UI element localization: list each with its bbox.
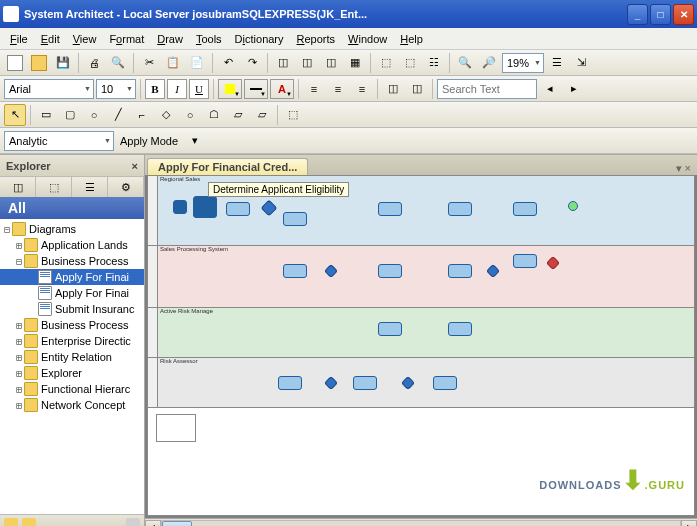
font-size-dropdown[interactable]: 10 <box>96 79 136 99</box>
bpmn-task[interactable] <box>378 264 402 278</box>
line-color-button[interactable] <box>244 79 268 99</box>
explorer-tab-2[interactable]: ⬚ <box>36 177 72 197</box>
shape-conn[interactable]: ⌐ <box>131 104 153 126</box>
redo-button[interactable]: ↷ <box>241 52 263 74</box>
explorer-section-all[interactable]: All <box>0 197 144 219</box>
bpmn-task[interactable] <box>433 376 457 390</box>
print-button[interactable]: 🖨 <box>83 52 105 74</box>
explorer-tab-4[interactable]: ⚙ <box>108 177 144 197</box>
paste-button[interactable]: 📄 <box>186 52 208 74</box>
scroll-left-button[interactable]: ◂ <box>145 520 161 527</box>
tool-btn-1[interactable]: ◫ <box>272 52 294 74</box>
search-input[interactable] <box>437 79 537 99</box>
bpmn-gateway[interactable] <box>261 200 278 217</box>
menu-help[interactable]: Help <box>394 31 429 47</box>
shape-line[interactable]: ╱ <box>107 104 129 126</box>
bpmn-task[interactable] <box>226 202 250 216</box>
align-right-button[interactable]: ≡ <box>351 78 373 100</box>
tree-item[interactable]: Apply For Finai <box>0 285 144 301</box>
bpmn-task[interactable] <box>378 202 402 216</box>
zoom-out-button[interactable]: 🔎 <box>478 52 500 74</box>
tree-item[interactable]: ⊟Business Process <box>0 253 144 269</box>
explorer-tab-1[interactable]: ◫ <box>0 177 36 197</box>
shape-diamond[interactable]: ◇ <box>155 104 177 126</box>
document-tab[interactable]: Apply For Financial Cred... <box>147 158 308 175</box>
tree-item[interactable]: ⊞Network Concept <box>0 397 144 413</box>
bpmn-task[interactable] <box>448 202 472 216</box>
shape-more[interactable]: ⬚ <box>282 104 304 126</box>
save-button[interactable]: 💾 <box>52 52 74 74</box>
tree-item[interactable]: ⊞Entity Relation <box>0 349 144 365</box>
bpmn-task[interactable] <box>513 254 537 268</box>
tool-btn-6[interactable]: ⬚ <box>399 52 421 74</box>
tree-item[interactable]: ⊞Functional Hierarc <box>0 381 144 397</box>
mode-dropdown[interactable]: Analytic <box>4 131 114 151</box>
menu-tools[interactable]: Tools <box>190 31 228 47</box>
preview-button[interactable]: 🔍 <box>107 52 129 74</box>
menu-draw[interactable]: Draw <box>151 31 189 47</box>
bpmn-task[interactable] <box>448 264 472 278</box>
text-color-button[interactable]: A <box>270 79 294 99</box>
menu-reports[interactable]: Reports <box>291 31 342 47</box>
menu-dictionary[interactable]: Dictionary <box>229 31 290 47</box>
fill-color-button[interactable] <box>218 79 242 99</box>
bold-button[interactable]: B <box>145 79 165 99</box>
fmt-btn-1[interactable]: ◫ <box>382 78 404 100</box>
explorer-bot-btn-3[interactable] <box>126 518 140 527</box>
tool-btn-7[interactable]: ☷ <box>423 52 445 74</box>
tool-btn-8[interactable]: ☰ <box>546 52 568 74</box>
menu-window[interactable]: Window <box>342 31 393 47</box>
font-name-dropdown[interactable]: Arial <box>4 79 94 99</box>
tree-item[interactable]: Submit Insuranc <box>0 301 144 317</box>
bpmn-start-event[interactable] <box>173 200 187 214</box>
tree-root-diagrams[interactable]: ⊟Diagrams <box>0 221 144 237</box>
search-prev-button[interactable]: ◂ <box>539 78 561 100</box>
bpmn-task[interactable] <box>448 322 472 336</box>
undo-button[interactable]: ↶ <box>217 52 239 74</box>
bpmn-gateway[interactable] <box>546 256 560 270</box>
tree-item[interactable]: ⊞Enterprise Directic <box>0 333 144 349</box>
align-center-button[interactable]: ≡ <box>327 78 349 100</box>
tool-btn-2[interactable]: ◫ <box>296 52 318 74</box>
open-button[interactable] <box>28 52 50 74</box>
bpmn-task[interactable] <box>513 202 537 216</box>
bpmn-task[interactable] <box>353 376 377 390</box>
bpmn-task[interactable] <box>283 212 307 226</box>
cut-button[interactable]: ✂ <box>138 52 160 74</box>
underline-button[interactable]: U <box>189 79 209 99</box>
bpmn-task[interactable] <box>378 322 402 336</box>
menu-edit[interactable]: Edit <box>35 31 66 47</box>
menu-view[interactable]: View <box>67 31 103 47</box>
tree-item[interactable]: ⊞Business Process <box>0 317 144 333</box>
scroll-right-button[interactable]: ▸ <box>681 520 697 527</box>
bpmn-gateway[interactable] <box>324 264 338 278</box>
bpmn-task[interactable] <box>193 196 217 218</box>
bpmn-gateway[interactable] <box>401 376 415 390</box>
bpmn-task[interactable] <box>278 376 302 390</box>
minimize-button[interactable]: _ <box>627 4 648 25</box>
shape-rect[interactable]: ▭ <box>35 104 57 126</box>
tab-menu-button[interactable]: ▾ × <box>676 162 691 175</box>
search-next-button[interactable]: ▸ <box>563 78 585 100</box>
tree-item[interactable]: ⊞Explorer <box>0 365 144 381</box>
menu-file[interactable]: File <box>4 31 34 47</box>
close-button[interactable]: ✕ <box>673 4 694 25</box>
shape-db[interactable]: ☖ <box>203 104 225 126</box>
shape-circle[interactable]: ○ <box>179 104 201 126</box>
copy-button[interactable]: 📋 <box>162 52 184 74</box>
bpmn-gateway[interactable] <box>486 264 500 278</box>
scroll-thumb[interactable] <box>162 521 192 527</box>
shape-doc[interactable]: ▱ <box>227 104 249 126</box>
explorer-bot-btn-1[interactable] <box>4 518 18 527</box>
tool-btn-3[interactable]: ◫ <box>320 52 342 74</box>
zoom-in-button[interactable]: 🔍 <box>454 52 476 74</box>
explorer-tab-3[interactable]: ☰ <box>72 177 108 197</box>
overview-box[interactable] <box>156 414 196 442</box>
bpmn-task[interactable] <box>283 264 307 278</box>
diagram-canvas[interactable]: Regional Sales Determine Applicant Eligi… <box>147 175 695 516</box>
apply-mode-button[interactable]: ▾ <box>184 130 206 152</box>
italic-button[interactable]: I <box>167 79 187 99</box>
maximize-button[interactable]: □ <box>650 4 671 25</box>
pointer-tool[interactable]: ↖ <box>4 104 26 126</box>
shape-oval[interactable]: ○ <box>83 104 105 126</box>
